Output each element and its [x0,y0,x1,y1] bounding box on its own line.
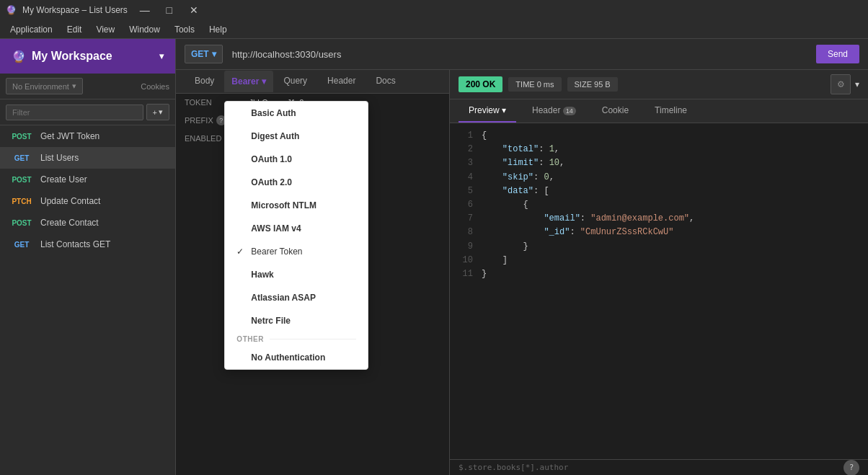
environment-selector[interactable]: No Environment ▾ [6,78,83,94]
json-line: 4 "skip": 0, [459,171,859,185]
dropdown-item-digest-auth[interactable]: Digest Auth [225,125,368,148]
json-line: 2 "total": 1, [459,143,859,156]
request-tabs: Body Bearer ▾ Basic Auth [176,70,449,94]
env-label: No Environment [12,82,69,91]
sidebar-toolbar: + ▾ [0,99,175,125]
help-button[interactable]: ? [843,460,859,476]
dropdown-item-ntlm[interactable]: Microsoft NTLM [225,194,368,217]
list-item[interactable]: POST Create Contact [0,212,175,234]
workspace-icon: 🔮 [12,50,26,63]
content-area: GET ▾ Send Body Bearer ▾ [176,39,868,475]
cookies-button[interactable]: Cookies [141,82,169,91]
menu-help[interactable]: Help [202,22,234,37]
size-badge: SIZE 95 B [567,77,618,92]
tab-header-response[interactable]: Header 14 [522,99,586,123]
dropdown-item-basic-auth[interactable]: Basic Auth [225,102,368,125]
menu-tools[interactable]: Tools [167,22,202,37]
response-status-bar: 200 OK TIME 0 ms SIZE 95 B ⚙ ▾ [450,70,868,99]
bottom-bar: $.store.books[*].author ? [450,459,868,475]
response-right-icons: ⚙ ▾ [831,74,859,94]
close-button[interactable]: ✕ [182,0,205,20]
dropdown-item-aws-iam[interactable]: AWS IAM v4 [225,217,368,240]
tab-header[interactable]: Header [317,70,366,93]
status-code-badge: 200 OK [459,76,502,92]
list-item[interactable]: POST Get JWT Token [0,125,175,147]
tab-timeline[interactable]: Timeline [645,99,697,123]
request-name: Get JWT Token [40,131,99,141]
dropdown-item-bearer-token[interactable]: ✓ Bearer Token [225,240,368,263]
time-badge: TIME 0 ms [508,77,561,92]
header-count-badge: 14 [563,107,576,115]
titlebar: 🔮 My Workspace – List Users — □ ✕ [0,0,868,20]
method-chevron-icon: ▾ [212,49,216,59]
method-badge: POST [9,219,35,227]
list-item[interactable]: GET List Contacts GET [0,234,175,255]
workspace-header[interactable]: 🔮 My Workspace ▾ [0,39,175,74]
menu-edit[interactable]: Edit [60,22,89,37]
request-list: POST Get JWT Token GET List Users POST C… [0,125,175,475]
filter-input[interactable] [6,105,143,120]
url-input[interactable] [229,45,810,63]
app-icon: 🔮 [6,5,17,15]
tab-preview[interactable]: Preview ▾ [459,99,516,123]
bottom-bar-text: $.store.books[*].author [459,463,568,472]
json-line: 9 } [459,240,859,254]
json-line: 10 ] [459,254,859,267]
menu-view[interactable]: View [89,22,122,37]
method-badge: POST [9,133,35,141]
send-button[interactable]: Send [816,45,859,63]
tab-docs[interactable]: Docs [366,70,405,93]
settings-button[interactable]: ⚙ [831,74,851,94]
menu-application[interactable]: Application [3,22,60,37]
menu-window[interactable]: Window [122,22,167,37]
chevron-icon: ▾ [855,79,859,89]
window-controls: — □ ✕ [133,0,205,20]
preview-chevron-icon: ▾ [502,105,506,115]
request-name: List Contacts GET [40,239,110,249]
dropdown-item-oauth1[interactable]: OAuth 1.0 [225,148,368,171]
tab-body[interactable]: Body [185,70,224,93]
dropdown-item-netrc[interactable]: Netrc File [225,309,368,332]
method-badge: PTCH [9,197,35,205]
tab-query[interactable]: Query [273,70,317,93]
list-item[interactable]: POST Create User [0,169,175,190]
dropdown-item-no-auth[interactable]: No Authentication [225,346,368,369]
json-line: 11} [459,267,859,281]
split-pane: Body Bearer ▾ Basic Auth [176,70,868,475]
titlebar-title: My Workspace – List Users [22,5,128,15]
other-section-label: OTHER [225,332,368,346]
method-label: GET [191,49,209,59]
request-name: List Users [40,153,79,163]
right-pane: 200 OK TIME 0 ms SIZE 95 B ⚙ ▾ Preview ▾ [450,70,868,475]
dropdown-item-oauth2[interactable]: OAuth 2.0 [225,171,368,194]
check-icon: ✓ [236,247,245,257]
request-name: Create User [40,174,87,185]
menubar: Application Edit View Window Tools Help [0,20,868,39]
list-item[interactable]: GET List Users [0,147,175,169]
bearer-chevron-icon: ▾ [262,76,266,86]
method-selector[interactable]: GET ▾ [185,45,223,63]
list-item[interactable]: PTCH Update Contact [0,190,175,212]
maximize-button[interactable]: □ [158,0,181,20]
env-bar: No Environment ▾ Cookies [0,74,175,99]
sidebar: 🔮 My Workspace ▾ No Environment ▾ Cookie… [0,39,176,475]
json-line: 5 "data": [ [459,185,859,198]
main-layout: 🔮 My Workspace ▾ No Environment ▾ Cookie… [0,39,868,475]
workspace-chevron-icon: ▾ [159,51,164,61]
response-body: 1{ 2 "total": 1, 3 "limit": 10, 4 "skip"… [450,123,868,459]
json-line: 8 "_id": "CmUnurZSssRCkCwU" [459,226,859,239]
request-name: Update Contact [40,196,100,206]
add-request-button[interactable]: + ▾ [146,104,169,120]
dropdown-item-atlassian[interactable]: Atlassian ASAP [225,286,368,309]
dropdown-item-hawk[interactable]: Hawk [225,263,368,286]
tab-bearer[interactable]: Bearer ▾ Basic Auth Digest Auth [224,71,273,92]
tab-cookie[interactable]: Cookie [592,99,639,123]
bearer-dropdown: Basic Auth Digest Auth OAuth 1.0 [224,101,368,370]
request-name: Create Contact [40,218,99,228]
method-badge: GET [9,154,35,162]
method-badge: POST [9,176,35,184]
json-line: 7 "email": "admin@example.com", [459,212,859,226]
workspace-name: My Workspace [32,50,112,63]
plus-icon: + [153,108,157,117]
minimize-button[interactable]: — [133,0,156,20]
